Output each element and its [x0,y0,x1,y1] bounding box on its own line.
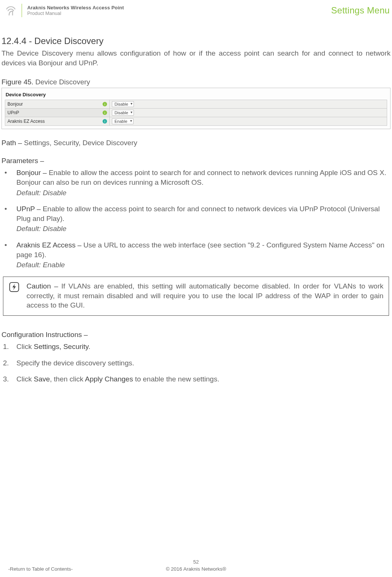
table-row: UPnPi Disable [5,109,387,117]
param-desc: Enable to allow the access point to sear… [16,205,380,222]
figure-number: Figure 45. [1,78,34,86]
page-footer: 52 © 2016 Araknis Networks® [0,559,392,572]
figure-device-discovery: Device Discovery Bonjouri Disable UPnPi … [1,88,391,129]
bonjour-select[interactable]: Disable [112,101,134,107]
list-item: Bonjour – Enable to allow the access poi… [1,168,391,197]
ezaccess-select[interactable]: Enable [112,118,134,124]
list-item: Click Settings, Security. [1,342,391,352]
config-steps: Click Settings, Security. Specify the de… [1,342,391,384]
table-row: Bonjouri Disable [5,100,387,109]
section-menu-label: Settings Menu [331,5,390,16]
table-row: Araknis EZ Accessi Enable [5,117,387,126]
header-divider [22,4,22,17]
param-name-bonjour: Bonjour – [16,169,49,177]
config-instructions-heading: Configuration Instructions – [1,331,391,339]
param-default: Default: Disable [16,188,391,198]
row-label-bonjour: Bonjouri [5,100,110,109]
upnp-select[interactable]: Disable [112,110,134,116]
figure-title: Device Discovery [34,78,90,86]
path-line: Path – Settings, Security, Device Discov… [1,139,391,147]
parameters-heading: Parameters – [1,157,391,165]
copyright: © 2016 Araknis Networks® [0,566,392,572]
caution-box: Caution – If VLANs are enabled, this set… [3,277,389,316]
list-item: UPnP – Enable to allow the access point … [1,204,391,234]
param-desc: Enable to allow the access point to sear… [16,169,386,186]
param-default: Default: Disable [16,224,391,234]
param-name-upnp: UPnP – [16,205,43,213]
caution-lead: Caution – [26,282,61,290]
device-discovery-table: Bonjouri Disable UPnPi Disable Araknis E… [5,100,387,126]
row-label-ezaccess: Araknis EZ Accessi [5,117,110,126]
param-default: Default: Enable [16,260,391,270]
path-value: Settings, Security, Device Discovery [24,139,137,147]
lightning-icon [9,281,20,293]
header-titles: Araknis Networks Wireless Access Point P… [27,5,124,16]
info-icon[interactable]: i [103,119,107,124]
panel-title: Device Discovery [5,91,387,100]
page-header: Araknis Networks Wireless Access Point P… [0,0,392,21]
section-intro: The Device Discovery menu allows configu… [1,49,391,68]
product-name: Araknis Networks Wireless Access Point [27,5,124,10]
parameters-list: Bonjour – Enable to allow the access poi… [1,168,391,270]
param-name-ezaccess: Araknis EZ Access – [16,241,84,249]
path-label: Path – [1,139,24,147]
list-item: Araknis EZ Access – Use a URL to access … [1,240,391,270]
list-item: Click Save, then click Apply Changes to … [1,374,391,384]
list-item: Specify the device discovery settings. [1,358,391,368]
caution-text: Caution – If VLANs are enabled, this set… [26,281,383,310]
figure-caption: Figure 45. Device Discovery [1,78,391,86]
caution-body-text: If VLANs are enabled, this setting will … [26,282,383,309]
doc-type: Product Manual [27,10,124,16]
info-icon[interactable]: i [103,102,107,106]
page-number: 52 [0,559,392,565]
row-label-upnp: UPnPi [5,109,110,117]
info-icon[interactable]: i [103,110,107,115]
brand-logo-icon [5,4,16,17]
section-heading: 12.4.4 - Device Discovery [1,36,391,46]
